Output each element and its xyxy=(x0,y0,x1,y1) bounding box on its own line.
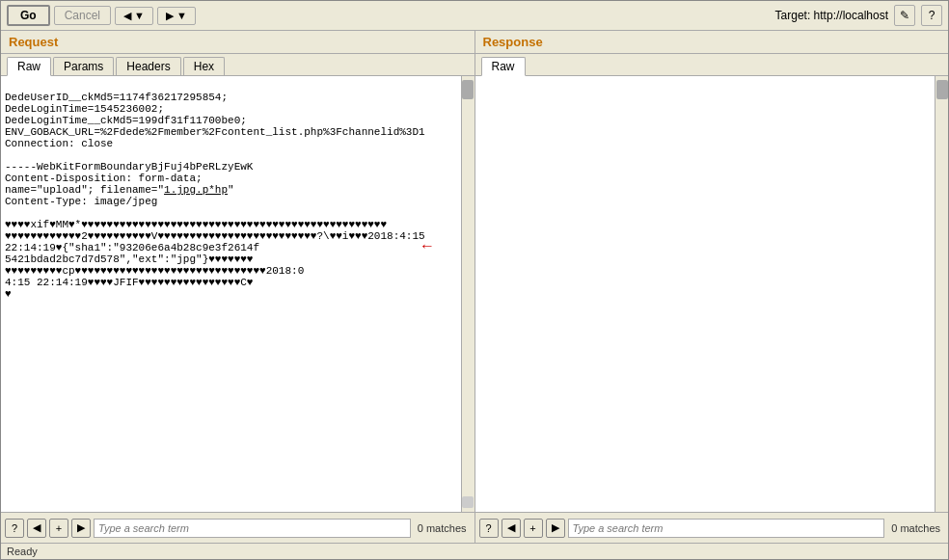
response-pane: Response Raw ? ◀ + ▶ 0 matches xyxy=(475,31,949,543)
back-button[interactable]: ◀ ▼ xyxy=(115,7,153,25)
request-header: Request xyxy=(1,31,474,54)
cancel-button[interactable]: Cancel xyxy=(54,6,111,25)
panes-container: Request Raw Params Headers Hex DedeUserI… xyxy=(1,31,948,543)
response-tab-bar: Raw xyxy=(475,54,949,76)
request-tab-bar: Raw Params Headers Hex xyxy=(1,54,474,76)
response-search-input[interactable] xyxy=(568,519,885,538)
response-help-button[interactable]: ? xyxy=(479,519,499,538)
filename-underline: 1.jpg.p*hp xyxy=(164,184,228,196)
status-text: Ready xyxy=(7,546,38,557)
response-prev-button[interactable]: ◀ xyxy=(502,519,521,538)
edit-icon[interactable]: ✎ xyxy=(894,5,915,26)
request-next-button[interactable]: ▶ xyxy=(71,519,91,538)
request-search-input[interactable] xyxy=(94,519,411,538)
scrollbar-thumb-bottom xyxy=(462,496,474,508)
request-content-area-wrapper: DedeUserID__ckMd5=1174f36217295854; Dede… xyxy=(1,76,474,512)
main-window: Go Cancel ◀ ▼ ▶ ▼ Target: http://localho… xyxy=(0,0,949,560)
response-bottom-toolbar: ? ◀ + ▶ 0 matches xyxy=(475,512,949,543)
tab-hex-request[interactable]: Hex xyxy=(183,57,225,75)
response-content-area-wrapper xyxy=(475,76,949,512)
request-help-button[interactable]: ? xyxy=(5,519,24,538)
response-content[interactable] xyxy=(475,76,935,512)
help-icon[interactable]: ? xyxy=(921,5,942,26)
response-matches-label: 0 matches xyxy=(887,522,944,534)
request-text-line1: DedeUserID__ckMd5=1174f36217295854; Dede… xyxy=(5,92,425,300)
response-scrollbar-thumb xyxy=(936,80,948,99)
target-label: Target: http://localhost xyxy=(775,9,888,22)
response-header: Response xyxy=(475,31,949,54)
tab-raw-response[interactable]: Raw xyxy=(481,57,526,76)
request-prev-button[interactable]: ◀ xyxy=(27,519,46,538)
top-toolbar: Go Cancel ◀ ▼ ▶ ▼ Target: http://localho… xyxy=(1,1,948,31)
response-add-button[interactable]: + xyxy=(524,519,543,538)
request-matches-label: 0 matches xyxy=(414,522,471,534)
status-bar: Ready xyxy=(1,543,948,559)
response-next-button[interactable]: ▶ xyxy=(546,519,565,538)
go-button[interactable]: Go xyxy=(7,5,50,26)
tab-params-request[interactable]: Params xyxy=(53,57,114,75)
scrollbar-thumb-top xyxy=(462,80,474,99)
request-add-button[interactable]: + xyxy=(49,519,68,538)
response-scrollbar[interactable] xyxy=(935,76,948,512)
request-scrollbar[interactable] xyxy=(461,76,474,512)
forward-button[interactable]: ▶ ▼ xyxy=(157,7,196,25)
tab-raw-request[interactable]: Raw xyxy=(7,57,51,76)
request-bottom-toolbar: ? ◀ + ▶ 0 matches xyxy=(1,512,474,543)
tab-headers-request[interactable]: Headers xyxy=(116,57,180,75)
request-pane: Request Raw Params Headers Hex DedeUserI… xyxy=(1,31,475,543)
request-content[interactable]: DedeUserID__ckMd5=1174f36217295854; Dede… xyxy=(1,76,461,512)
